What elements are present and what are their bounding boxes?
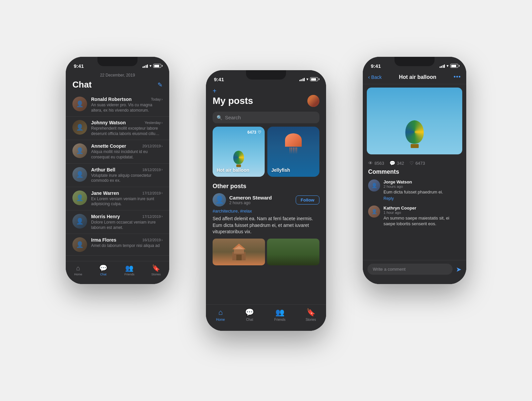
comment-text: Eum dicta fuisset phaedrum ei. — [383, 189, 443, 195]
chevron-right-icon: › — [162, 238, 163, 242]
view-count: 8563 — [374, 161, 384, 166]
search-input-placeholder: Search — [225, 115, 241, 120]
nav-label-friends: Friends — [274, 318, 285, 321]
chat-item[interactable]: 👤 Morris Henry 17/12/2019 › Dolore Lorem… — [66, 211, 169, 234]
stat-likes: ♡ 6473 — [410, 160, 425, 166]
reply-button[interactable]: Reply — [383, 196, 443, 201]
mountain-image — [267, 239, 319, 265]
chat-time: 17/12/2019 › — [143, 191, 163, 195]
nav-item-friends[interactable]: 👥 Friends — [274, 308, 285, 321]
center-status-time: 9:41 — [214, 77, 224, 82]
commenter-name: Kathryn Cooper — [383, 206, 461, 211]
post-card-label: Jellyfish — [271, 167, 290, 173]
friends-icon: 👥 — [125, 264, 134, 272]
follow-button[interactable]: Follow — [296, 195, 319, 205]
chat-item[interactable]: 👤 Jane Warren 17/12/2019 › Ex Lorem veni… — [66, 187, 169, 211]
author-time: 2 hours ago — [229, 200, 272, 205]
author-info: Cameron Steward 2 hours ago — [229, 195, 272, 205]
nav-item-friends[interactable]: 👥 Friends — [124, 264, 135, 276]
left-content: 22 December, 2019 Chat ✎ 👤 Ronald Robert… — [66, 72, 169, 284]
other-posts-title: Other posts — [206, 181, 326, 193]
chat-preview: Dolore Lorem occaecat veniam irure labor… — [91, 220, 163, 230]
post-tags: #architecture, #relax — [213, 209, 319, 214]
user-avatar[interactable] — [307, 95, 319, 107]
chat-info: Morris Henry 17/12/2019 › Dolore Lorem o… — [91, 214, 163, 230]
chat-info: Irma Flores 16/12/2019 › Amet do laborum… — [91, 237, 163, 249]
right-status-time: 9:41 — [371, 63, 381, 69]
nav-item-home[interactable]: ⌂ Home — [74, 264, 82, 276]
nav-item-home[interactable]: ⌂ Home — [216, 308, 225, 321]
left-status-bar: 9:41 ▾ — [66, 57, 169, 72]
chat-item[interactable]: 👤 Johnny Watson Yesterday › Reprehenderi… — [66, 117, 169, 140]
posts-grid: 6473 ♡ Hot air balloon — [206, 127, 326, 181]
post-card-jellyfish[interactable]: Jellyfish — [267, 127, 319, 177]
left-status-icons: ▾ — [143, 63, 162, 68]
nav-item-stories[interactable]: 🔖 Stories — [152, 264, 161, 276]
chat-title-row: Chat ✎ — [66, 80, 169, 93]
phone-center: 9:41 ▾ + My posts — [206, 70, 326, 331]
page-title-row: My posts — [213, 95, 319, 107]
balloon-large-body — [406, 120, 424, 144]
stat-views: 👁 8563 — [368, 160, 384, 166]
chat-name-row: Annette Cooper 20/12/2019 › — [91, 143, 163, 149]
plus-button[interactable]: + — [213, 88, 319, 94]
chat-item[interactable]: 👤 Irma Flores 16/12/2019 › Amet do labor… — [66, 234, 169, 256]
back-button[interactable]: ‹ Back — [368, 74, 381, 80]
send-button[interactable]: ➤ — [456, 265, 462, 273]
chat-name: Annette Cooper — [91, 143, 126, 149]
home-icon: ⌂ — [218, 308, 223, 317]
edit-icon[interactable]: ✎ — [158, 81, 163, 89]
balloon-large-illustration — [406, 120, 424, 148]
post-image-temple — [213, 239, 265, 265]
center-header: + My posts — [206, 85, 326, 108]
comment-item: 👤 Jorge Watson 2 hours ago Eum dicta fui… — [368, 179, 461, 201]
chat-info: Arthur Bell 18/12/2019 › Voluptate irure… — [91, 167, 163, 183]
post-item-header: 👤 Cameron Steward 2 hours ago Follow — [213, 193, 319, 207]
comment-item: 👤 Kathryn Cooper 1 hour ago An summo sae… — [368, 206, 461, 227]
chat-item[interactable]: 👤 Arthur Bell 18/12/2019 › Voluptate iru… — [66, 164, 169, 187]
battery-icon — [310, 77, 318, 81]
more-options-button[interactable]: ••• — [454, 74, 461, 81]
heart-icon: ♡ — [258, 130, 261, 135]
nav-item-chat[interactable]: 💬 Chat — [99, 264, 107, 276]
comment-time: 1 hour ago — [383, 211, 461, 215]
post-author: 👤 Cameron Steward 2 hours ago — [213, 193, 272, 207]
chat-preview: Amet do laborum tempor nisi aliqua ad — [91, 243, 163, 249]
chat-info: Jane Warren 17/12/2019 › Ex Lorem veniam… — [91, 190, 163, 207]
chat-preview: Voluptate irure aliquip consectetur comm… — [91, 173, 163, 183]
stories-icon: 🔖 — [152, 264, 160, 272]
comment-input-row: Write a comment ➤ — [363, 260, 466, 284]
signal-bars-icon — [440, 64, 445, 68]
chat-item[interactable]: 👤 Ronald Robertson Today › An suas vider… — [66, 93, 169, 117]
chat-info: Annette Cooper 20/12/2019 › Aliqua molli… — [91, 143, 163, 160]
avatar: 👤 — [72, 190, 87, 205]
svg-rect-1 — [234, 249, 244, 254]
chevron-right-icon: › — [162, 191, 163, 195]
battery-icon — [450, 64, 458, 68]
chat-name: Johnny Watson — [91, 120, 126, 125]
chat-preview: Reprehenderit mollit excepteur labore de… — [91, 126, 163, 136]
avatar-image — [307, 95, 319, 107]
search-bar[interactable]: 🔍 Search — [213, 112, 319, 123]
post-card-balloon[interactable]: 6473 ♡ Hot air balloon — [213, 127, 265, 177]
search-icon: 🔍 — [217, 115, 222, 120]
chat-time: Yesterday › — [145, 121, 163, 125]
right-status-bar: 9:41 ▾ — [363, 57, 466, 72]
right-phone-screen: 9:41 ▾ ‹ Back — [363, 57, 466, 284]
center-status-bar: 9:41 ▾ — [206, 70, 326, 85]
left-phone-screen: 9:41 ▾ 22 December, 2019 Chat ✎ — [66, 57, 169, 284]
comment-input[interactable]: Write a comment — [367, 264, 453, 275]
nav-label-stories: Stories — [152, 273, 161, 276]
chat-icon: 💬 — [99, 264, 107, 272]
tentacle — [296, 147, 297, 154]
comment-time: 2 hours ago — [383, 184, 443, 188]
nav-item-stories[interactable]: 🔖 Stories — [306, 308, 316, 321]
nav-item-chat[interactable]: 💬 Chat — [245, 308, 254, 321]
balloon-image-large — [367, 88, 462, 154]
chevron-right-icon: › — [162, 215, 163, 218]
center-content: + My posts 🔍 Search — [206, 85, 326, 331]
chat-item[interactable]: 👤 Annette Cooper 20/12/2019 › Aliqua mol… — [66, 140, 169, 163]
comment-text: An summo saepe maiestatis sit, ei saepe … — [383, 216, 461, 227]
post-text: Sed affert delenit ea. Nam at ferri face… — [213, 216, 319, 235]
comments-title: Comments — [368, 168, 461, 175]
